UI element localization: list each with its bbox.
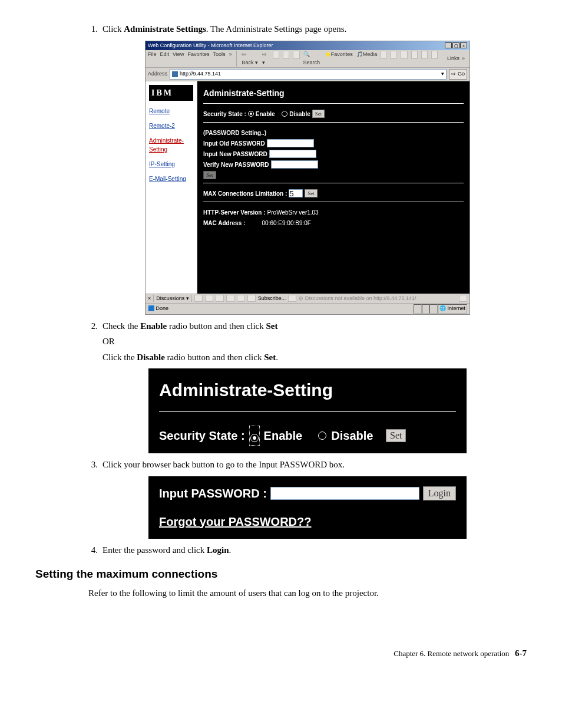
step-body: Enter the password and click Login.	[103, 543, 527, 557]
discussions-not-available: Discussions not available on http://9.44…	[305, 295, 416, 301]
mac-address-value: 00:60:E9:00:B9:0F	[262, 219, 311, 228]
dropdown-icon[interactable]: ▾	[441, 70, 444, 78]
menu-favorites[interactable]: Favorites	[187, 51, 209, 67]
step-1: 1. Click Administrate Settings. The Admi…	[88, 22, 527, 36]
forward-button[interactable]: ⇨ ▾	[262, 51, 269, 67]
closeup-heading: Administrate-Setting	[159, 377, 456, 403]
figure-security-state: Administrate-Setting Security State : En…	[88, 368, 527, 453]
discussion-btn-4[interactable]	[226, 295, 234, 302]
enable-radio[interactable]	[248, 111, 254, 117]
step-body: Click your browser back button to go to …	[103, 458, 527, 472]
page-footer: Chapter 6. Remote network operation 6-7	[35, 647, 527, 660]
maximize-button[interactable]: ▢	[452, 42, 459, 48]
close-button[interactable]: ×	[460, 42, 467, 48]
history-icon[interactable]	[381, 51, 387, 59]
input-password-label: Input PASSWORD :	[159, 485, 267, 502]
subscribe-button[interactable]: Subscribe...	[258, 295, 286, 303]
minimize-button[interactable]: _	[445, 42, 452, 48]
step-number: 2.	[88, 319, 103, 364]
discussions-label[interactable]: Discussions ▾	[156, 295, 189, 303]
step-body: Click Administrate Settings. The Adminis…	[103, 22, 527, 36]
step-2: 2. Check the Enable radio button and the…	[88, 319, 527, 364]
search-button[interactable]: 🔍Search	[303, 51, 321, 67]
links-pane[interactable]: Links »	[445, 51, 467, 67]
addressbar: Address http://9.44.75.141 ▾ ⇨ Go	[146, 68, 470, 81]
step-number: 3.	[88, 458, 103, 472]
home-icon[interactable]	[293, 51, 299, 59]
step-2-or: OR	[103, 335, 527, 348]
section-heading: Setting the maximum connections	[35, 566, 527, 583]
refresh-icon[interactable]	[283, 51, 289, 59]
main-content: Administrate-Setting Security State : En…	[197, 81, 470, 294]
verify-password-input[interactable]	[271, 160, 318, 169]
ie-icon	[172, 71, 178, 77]
discuss-icon[interactable]	[421, 51, 428, 59]
menu-file[interactable]: File	[148, 51, 157, 67]
security-set-button[interactable]: Set	[312, 110, 325, 118]
discussion-btn-5[interactable]	[237, 295, 245, 302]
closeup-admin-setting: Administrate-Setting Security State : En…	[148, 368, 467, 453]
max-connections-input[interactable]	[289, 189, 303, 197]
security-state-row: Security State : Enable Disable Set	[203, 110, 464, 118]
chapter-label: Chapter 6. Remote network operation	[394, 649, 509, 658]
zone-internet: 🌐 Internet	[438, 304, 467, 314]
menu-tools[interactable]: Tools	[213, 51, 225, 67]
sidebar-item-ip-setting[interactable]: IP-Setting	[149, 160, 193, 169]
disable-radio[interactable]	[282, 111, 287, 117]
figure-browser-window: Web Configuration Utility - Microsoft In…	[88, 41, 527, 315]
sidebar-item-email-setting[interactable]: E-Mail-Setting	[149, 174, 193, 183]
ibm-logo: IBM	[149, 85, 193, 101]
step-number: 4.	[88, 543, 103, 557]
enable-radio[interactable]	[250, 434, 259, 442]
status-done: 🟦 Done	[148, 305, 168, 313]
discussion-btn-2[interactable]	[205, 295, 213, 302]
window-buttons: _ ▢ ×	[445, 42, 467, 48]
figure-input-password: Input PASSWORD : Login Forgot your PASSW…	[88, 476, 527, 539]
titlebar: Web Configuration Utility - Microsoft In…	[146, 41, 470, 51]
menu-more[interactable]: »	[229, 51, 232, 67]
discussion-btn-6[interactable]	[247, 295, 256, 302]
section-body: Refer to the following to limit the amou…	[88, 587, 527, 600]
new-password-input[interactable]	[269, 150, 316, 158]
discussion-btn-1[interactable]	[194, 295, 203, 302]
window-title: Web Configuration Utility - Microsoft In…	[148, 42, 273, 50]
forgot-password-link[interactable]: Forgot your PASSWORD??	[159, 513, 456, 531]
close-discussions-icon[interactable]: ×	[148, 295, 151, 303]
messenger-icon[interactable]	[431, 51, 438, 59]
discussions-bar: × Discussions ▾ Subscribe... ⊘ Discussio…	[146, 294, 470, 304]
page-title: Administrate-Setting	[203, 87, 464, 100]
password-setting-label: (PASSWORD Setting..)	[203, 129, 266, 137]
menu-edit[interactable]: Edit	[160, 51, 170, 67]
favorites-button[interactable]: ⭐Favorites	[325, 51, 353, 67]
step-body: Check the Enable radio button and then c…	[103, 319, 527, 364]
browser-window: Web Configuration Utility - Microsoft In…	[145, 41, 470, 315]
menu-view[interactable]: View	[173, 51, 184, 67]
password-set-button[interactable]: Set	[203, 171, 216, 179]
address-label: Address	[148, 70, 167, 78]
discussion-btn-3[interactable]	[216, 295, 224, 302]
sidebar-item-administrate-setting[interactable]: Administrate-Setting	[149, 136, 193, 154]
disable-radio[interactable]	[318, 431, 326, 440]
discussion-btn-7[interactable]	[288, 295, 296, 302]
sidebar-item-remote[interactable]: Remote	[149, 107, 193, 116]
login-button[interactable]: Login	[423, 486, 456, 500]
mail-icon[interactable]	[391, 51, 397, 59]
max-connections-set-button[interactable]: Set	[305, 189, 318, 197]
media-button[interactable]: 🎵Media	[356, 51, 378, 67]
back-button[interactable]: ⇦ Back ▾	[242, 51, 259, 67]
http-version-value: ProWebSrv ver1.03	[267, 208, 319, 217]
edit-icon[interactable]	[411, 51, 418, 59]
menubar: File Edit View Favorites Tools » ⇦ Back …	[146, 50, 470, 68]
step-4: 4. Enter the password and click Login.	[88, 543, 527, 557]
closeup-input-password: Input PASSWORD : Login Forgot your PASSW…	[148, 476, 467, 539]
password-input[interactable]	[270, 487, 419, 500]
old-password-input[interactable]	[267, 139, 314, 147]
set-button[interactable]: Set	[386, 429, 406, 442]
print-icon[interactable]	[401, 51, 407, 59]
sidebar-item-remote-2[interactable]: Remote-2	[149, 121, 193, 130]
discussion-toggle-icon[interactable]	[459, 295, 467, 302]
go-button[interactable]: ⇨ Go	[449, 69, 467, 80]
stop-icon[interactable]	[273, 51, 279, 59]
statusbar: 🟦 Done 🌐 Internet	[146, 303, 470, 314]
url-input[interactable]: http://9.44.75.141 ▾	[170, 69, 447, 80]
